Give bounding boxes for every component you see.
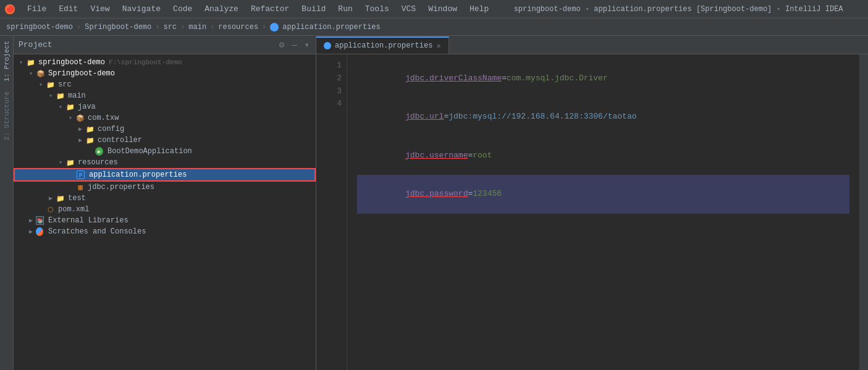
expand-arrow: ▾ [46,92,56,99]
tab-structure[interactable]: 2: Structure [1,86,12,145]
code-line-1: jdbc.driverClassName=com.mysql.jdbc.Driv… [357,59,849,98]
menu-file[interactable]: File [22,2,51,15]
tree-label-springboot-demo: springboot-demo [38,58,105,67]
tree-label-ext-libs: External Libraries [48,216,129,225]
props-file-icon: p [77,170,86,179]
menu-code[interactable]: Code [168,2,197,15]
tree-path: F:\springboot-demo [109,59,182,66]
prop-key-4: jdbc.password [405,189,468,198]
breadcrumb-part-0[interactable]: springboot-demo [6,23,73,32]
tree-item-app-props[interactable]: p application.properties [14,168,316,182]
tree-item-root[interactable]: ▾ 📁 springboot-demo F:\springboot-demo [14,57,316,68]
expand-arrow: ▾ [36,81,46,88]
line-numbers: 1 2 3 4 [316,54,347,370]
line-num-4: 4 [316,98,342,111]
jdbc-props-icon: ▦ [75,183,85,191]
folder-config-icon: 📁 [85,125,95,133]
tree-item-scratches[interactable]: ▶ Scratches and Consoles [14,226,316,237]
folder-test-icon: 📁 [56,194,65,203]
module-icon: 📦 [36,69,46,78]
tree-label-package: com.txw [88,114,119,122]
expand-arrow: ▾ [16,59,26,66]
breadcrumb-part-5[interactable]: application.properties [282,23,380,32]
tree-item-java[interactable]: ▾ 📁 java [14,101,316,112]
tree-item-pom[interactable]: ⬡ pom.xml [14,204,316,215]
expand-arrow: ▶ [46,195,56,202]
tree-label-jdbc-props: jdbc.properties [88,183,154,191]
tree-label-pom: pom.xml [58,205,89,214]
vertical-tabs: 1: Project 2: Structure [0,36,14,370]
menu-items: File Edit View Navigate Code Analyze Ref… [22,2,494,15]
breadcrumb: springboot-demo › Springboot-demo › src … [0,19,868,36]
tree-item-resources[interactable]: ▾ 📁 resources [14,157,316,168]
prop-val-2: jdbc:mysql://192.168.64.128:3306/taotao [449,112,636,121]
menu-run[interactable]: Run [333,2,357,15]
project-panel: Project ⚙ — ▾ ▾ 📁 springboot-demo F:\spr… [14,36,316,370]
folder-controller-icon: 📁 [85,136,95,145]
prop-val-4: 123456 [473,189,502,198]
panel-title: Project [19,40,273,49]
expand-arrow: ▾ [56,103,65,111]
prop-key-1: jdbc.driverClassName [405,74,502,83]
tree-label-app-props: application.properties [89,170,187,179]
breadcrumb-part-3[interactable]: main [188,23,206,32]
menu-analyze[interactable]: Analyze [200,2,243,15]
expand-arrow: ▶ [75,125,85,133]
line-num-2: 2 [316,72,342,85]
menu-vcs[interactable]: VCS [397,2,421,15]
menu-bar: 🔴 File Edit View Navigate Code Analyze R… [5,2,494,15]
tree-label-java: java [78,103,96,111]
tab-project[interactable]: 1: Project [1,36,12,86]
menu-view[interactable]: View [85,2,114,15]
tree-label-config: config [98,125,124,133]
folder-icon: 📁 [26,58,36,67]
expand-arrow: ▶ [26,217,36,224]
menu-navigate[interactable]: Navigate [117,2,166,15]
menu-edit[interactable]: Edit [54,2,83,15]
vertical-scrollbar[interactable] [859,54,868,370]
expand-arrow: ▾ [56,159,65,166]
editor-tab-app-props[interactable]: application.properties ✕ [316,36,449,54]
menu-refactor[interactable]: Refactor [246,2,294,15]
ext-libs-icon: 📚 [36,216,46,225]
tree-item-config[interactable]: ▶ 📁 config [14,124,316,135]
tree-label-controller: controller [98,136,142,145]
menu-window[interactable]: Window [423,2,462,15]
code-editor[interactable]: jdbc.driverClassName=com.mysql.jdbc.Driv… [347,54,859,370]
menu-help[interactable]: Help [465,2,494,15]
breadcrumb-part-4[interactable]: resources [218,23,258,32]
tree-item-ext-libs[interactable]: ▶ 📚 External Libraries [14,215,316,226]
breadcrumb-part-2[interactable]: src [163,23,177,32]
tree-item-package[interactable]: ▾ 📦 com.txw [14,112,316,124]
folder-src-icon: 📁 [46,80,56,89]
package-icon: 📦 [75,114,85,122]
tree-item-controller[interactable]: ▶ 📁 controller [14,135,316,146]
menu-tools[interactable]: Tools [360,2,394,15]
app-icon: 🔴 [5,4,15,14]
panel-settings-icon[interactable]: ⚙ [278,38,285,51]
tab-file-icon [324,42,331,49]
tree-item-bootapp[interactable]: ▶ BootDemoApplication [14,146,316,157]
panel-dropdown-icon[interactable]: ▾ [303,38,311,51]
boot-app-icon: ▶ [95,147,105,156]
tree-item-jdbc-props[interactable]: ▦ jdbc.properties [14,182,316,193]
folder-resources-icon: 📁 [65,158,75,167]
breadcrumb-part-1[interactable]: Springboot-demo [85,23,151,32]
tree-item-main[interactable]: ▾ 📁 main [14,90,316,101]
tree-label-src: src [58,80,72,89]
editor-content[interactable]: 1 2 3 4 jdbc.driverClassName=com.mysql.j… [316,54,868,370]
tree-item-test[interactable]: ▶ 📁 test [14,193,316,204]
file-tree: ▾ 📁 springboot-demo F:\springboot-demo ▾… [14,54,316,370]
menu-build[interactable]: Build [297,2,331,15]
tree-label-main: main [68,91,86,100]
tree-item-src[interactable]: ▾ 📁 src [14,79,316,90]
tree-label-resources: resources [78,158,118,167]
prop-key-2: jdbc.url [405,112,444,121]
editor-tabs: application.properties ✕ [316,36,868,54]
expand-arrow: ▾ [26,70,36,77]
tab-close-button[interactable]: ✕ [436,41,440,51]
panel-collapse-icon[interactable]: — [290,39,298,51]
tree-item-module[interactable]: ▾ 📦 Springboot-demo [14,68,316,79]
code-line-4: jdbc.password=123456 [357,175,849,213]
title-bar: 🔴 File Edit View Navigate Code Analyze R… [0,0,868,19]
